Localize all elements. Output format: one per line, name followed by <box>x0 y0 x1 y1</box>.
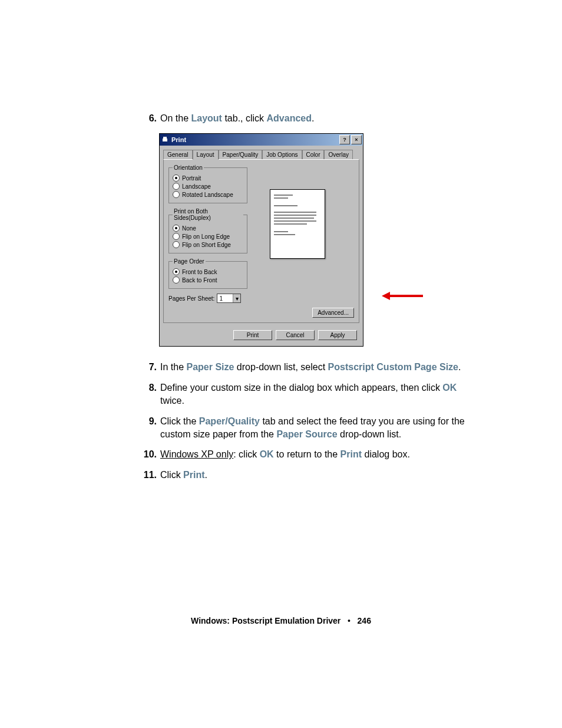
tab-color[interactable]: Color <box>302 150 325 160</box>
radio-icon <box>173 174 180 182</box>
radio-icon <box>173 183 180 190</box>
radio-icon <box>173 191 180 198</box>
keyword-ok: OK <box>442 383 457 393</box>
keyword-layout: Layout <box>191 113 222 123</box>
step-8: 8. Define your custom size in the dialog… <box>141 381 471 408</box>
radio-flip-long-edge[interactable]: Flip on Long Edge <box>173 233 243 240</box>
text: Define your custom size in the dialog bo… <box>160 383 442 393</box>
keyword-print: Print <box>183 470 204 480</box>
keyword-paper-quality: Paper/Quality <box>199 416 260 426</box>
tab-strip: General Layout Paper/Quality Job Options… <box>160 146 363 159</box>
text: to return to the <box>274 449 340 459</box>
radio-duplex-none[interactable]: None <box>173 225 243 232</box>
tab-job-options[interactable]: Job Options <box>262 150 302 160</box>
tab-overlay[interactable]: Overlay <box>324 150 352 160</box>
text: On the <box>160 113 191 123</box>
text: twice. <box>160 396 184 406</box>
radio-icon <box>173 268 180 275</box>
step-7: 7. In the Paper Size drop-down list, sel… <box>141 361 471 374</box>
page-order-group: Page Order Front to Back Back to Front <box>168 258 247 289</box>
radio-label: Flip on Long Edge <box>182 233 230 240</box>
duplex-group: Print on Both Sides(Duplex) None Flip on… <box>168 208 247 253</box>
arrow-line-icon <box>390 295 423 297</box>
pages-per-sheet-select[interactable]: 1 ▾ <box>217 294 241 303</box>
apply-button[interactable]: Apply <box>318 330 357 340</box>
text: dialog box. <box>362 449 410 459</box>
advanced-button[interactable]: Advanced... <box>312 308 354 318</box>
step-text: Define your custom size in the dialog bo… <box>160 381 471 408</box>
text: : click <box>233 449 259 459</box>
chevron-down-icon: ▾ <box>233 294 240 302</box>
svg-rect-0 <box>163 139 167 141</box>
step-text: Click Print. <box>160 469 471 482</box>
text: Click the <box>160 416 199 426</box>
step-text: On the Layout tab., click Advanced. <box>160 112 471 125</box>
tab-layout[interactable]: Layout <box>193 150 219 160</box>
text: tab., click <box>222 113 267 123</box>
radio-rotated-landscape[interactable]: Rotated Landscape <box>173 191 243 198</box>
page-footer: Windows: Postscript Emulation Driver • 2… <box>0 616 562 625</box>
keyword-ok: OK <box>260 449 274 459</box>
pages-per-sheet-row: Pages Per Sheet: 1 ▾ <box>168 294 354 303</box>
radio-label: Front to Back <box>182 269 217 275</box>
radio-icon <box>173 241 180 248</box>
cancel-button[interactable]: Cancel <box>276 330 315 340</box>
footer-sep: • <box>348 616 351 625</box>
radio-icon <box>173 233 180 240</box>
print-button[interactable]: Print <box>233 330 272 340</box>
orientation-legend: Orientation <box>173 164 204 171</box>
svg-rect-1 <box>163 137 167 139</box>
keyword-postscript-custom-page-size: Postscript Custom Page Size <box>328 362 458 372</box>
step-number: 6. <box>141 112 157 125</box>
dialog-button-row: Print Cancel Apply <box>160 327 363 346</box>
radio-label: Back to Front <box>182 277 217 284</box>
radio-flip-short-edge[interactable]: Flip on Short Edge <box>173 241 243 248</box>
radio-landscape[interactable]: Landscape <box>173 183 243 190</box>
orientation-group: Orientation Portrait Landscape Rotated L… <box>168 164 247 203</box>
step-number: 7. <box>141 361 157 374</box>
arrow-head-icon <box>382 292 390 300</box>
radio-label: None <box>182 225 196 232</box>
text: In the <box>160 362 186 372</box>
duplex-legend: Print on Both Sides(Duplex) <box>173 208 243 221</box>
step-text: Windows XP only: click OK to return to t… <box>160 448 471 461</box>
text: drop-down list. <box>338 429 402 439</box>
keyword-paper-source: Paper Source <box>276 429 337 439</box>
close-button[interactable]: × <box>351 135 362 144</box>
pps-label: Pages Per Sheet: <box>168 295 214 302</box>
tab-general[interactable]: General <box>163 150 193 160</box>
tab-paper-quality[interactable]: Paper/Quality <box>219 150 263 160</box>
page-number: 246 <box>358 616 371 625</box>
printer-icon <box>161 136 169 144</box>
step-number: 11. <box>141 469 157 482</box>
titlebar: Print ? × <box>160 134 363 146</box>
text: . <box>312 113 314 123</box>
step-text: Click the Paper/Quality tab and select t… <box>160 415 471 442</box>
radio-icon <box>173 276 180 284</box>
step-number: 10. <box>141 448 157 461</box>
radio-portrait[interactable]: Portrait <box>173 174 243 182</box>
step-9: 9. Click the Paper/Quality tab and selec… <box>141 415 471 442</box>
radio-back-to-front[interactable]: Back to Front <box>173 276 243 284</box>
step-text: In the Paper Size drop-down list, select… <box>160 361 471 374</box>
page-preview <box>270 189 325 259</box>
radio-label: Rotated Landscape <box>182 192 233 198</box>
titlebar-text: Print <box>171 136 338 143</box>
radio-label: Landscape <box>182 183 211 190</box>
text: . <box>205 470 207 480</box>
pps-value: 1 <box>219 295 223 302</box>
text: Click <box>160 470 183 480</box>
radio-front-to-back[interactable]: Front to Back <box>173 268 243 275</box>
step-6: 6. On the Layout tab., click Advanced. <box>141 112 471 125</box>
step-11: 11. Click Print. <box>141 469 471 482</box>
keyword-print: Print <box>340 449 362 459</box>
layout-tab-panel: Orientation Portrait Landscape Rotated L… <box>163 159 359 323</box>
step-number: 8. <box>141 381 157 408</box>
radio-label: Portrait <box>182 175 201 182</box>
print-dialog: Print ? × General Layout Paper/Quality J… <box>159 133 363 347</box>
help-button[interactable]: ? <box>339 135 350 144</box>
print-dialog-screenshot: Print ? × General Layout Paper/Quality J… <box>159 133 471 347</box>
document-content: 6. On the Layout tab., click Advanced. P… <box>141 112 471 489</box>
text: . <box>458 362 461 372</box>
text-underline: Windows XP only <box>160 449 233 459</box>
